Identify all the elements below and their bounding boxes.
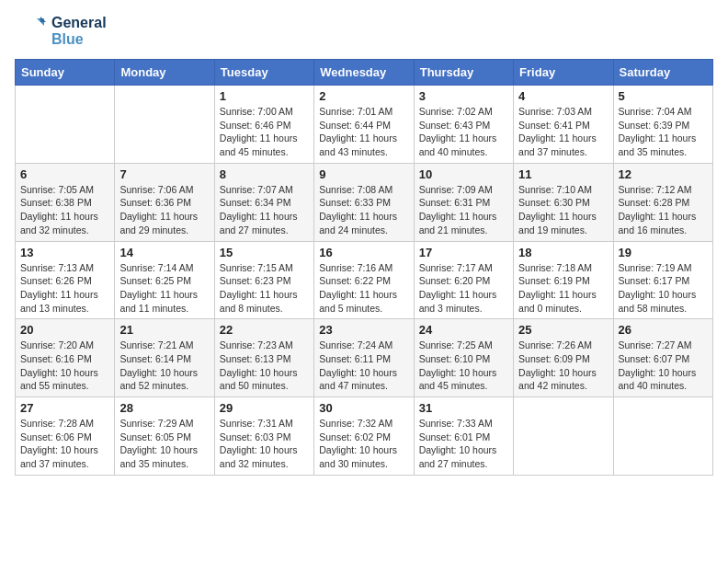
day-number: 15 [220, 246, 309, 259]
day-number: 11 [518, 167, 608, 181]
day-number: 16 [319, 246, 408, 259]
calendar-cell: 4Sunrise: 7:03 AM Sunset: 6:41 PM Daylig… [514, 86, 613, 164]
day-number: 2 [319, 89, 408, 103]
day-detail: Sunrise: 7:16 AM Sunset: 6:22 PM Dayligh… [319, 261, 408, 316]
calendar-cell: 1Sunrise: 7:00 AM Sunset: 6:46 PM Daylig… [214, 86, 313, 164]
day-number: 18 [518, 246, 608, 259]
calendar-cell [613, 397, 712, 476]
day-detail: Sunrise: 7:17 AM Sunset: 6:20 PM Dayligh… [419, 261, 508, 316]
calendar-cell: 13Sunrise: 7:13 AM Sunset: 6:26 PM Dayli… [16, 241, 115, 319]
day-number: 9 [319, 167, 408, 181]
day-detail: Sunrise: 7:28 AM Sunset: 6:06 PM Dayligh… [20, 417, 109, 471]
day-detail: Sunrise: 7:21 AM Sunset: 6:14 PM Dayligh… [119, 339, 209, 393]
day-number: 24 [419, 323, 508, 337]
calendar-cell: 19Sunrise: 7:19 AM Sunset: 6:17 PM Dayli… [613, 241, 712, 319]
calendar-cell: 26Sunrise: 7:27 AM Sunset: 6:07 PM Dayli… [613, 319, 712, 397]
logo-line2: Blue [51, 31, 107, 48]
logo: General Blue [15, 15, 107, 48]
calendar-cell: 31Sunrise: 7:33 AM Sunset: 6:01 PM Dayli… [414, 397, 513, 476]
logo-line1: General [51, 15, 107, 31]
weekday-header: Thursday [414, 60, 513, 86]
calendar-cell: 24Sunrise: 7:25 AM Sunset: 6:10 PM Dayli… [414, 319, 513, 397]
calendar-week-row: 27Sunrise: 7:28 AM Sunset: 6:06 PM Dayli… [16, 397, 713, 476]
day-number: 25 [518, 323, 608, 337]
day-number: 5 [619, 89, 708, 103]
weekday-header: Tuesday [214, 60, 313, 86]
day-detail: Sunrise: 7:19 AM Sunset: 6:17 PM Dayligh… [619, 261, 708, 316]
calendar-table: SundayMondayTuesdayWednesdayThursdayFrid… [15, 59, 713, 476]
day-detail: Sunrise: 7:02 AM Sunset: 6:43 PM Dayligh… [419, 105, 508, 159]
calendar-cell: 15Sunrise: 7:15 AM Sunset: 6:23 PM Dayli… [214, 241, 313, 319]
day-detail: Sunrise: 7:07 AM Sunset: 6:34 PM Dayligh… [220, 183, 309, 237]
day-detail: Sunrise: 7:33 AM Sunset: 6:01 PM Dayligh… [419, 417, 508, 471]
day-number: 27 [20, 401, 109, 415]
day-number: 13 [20, 246, 109, 259]
calendar-cell: 3Sunrise: 7:02 AM Sunset: 6:43 PM Daylig… [414, 86, 513, 164]
day-detail: Sunrise: 7:18 AM Sunset: 6:19 PM Dayligh… [518, 261, 608, 316]
calendar-cell: 9Sunrise: 7:08 AM Sunset: 6:33 PM Daylig… [314, 163, 414, 241]
day-number: 4 [518, 89, 608, 103]
day-detail: Sunrise: 7:05 AM Sunset: 6:38 PM Dayligh… [20, 183, 109, 237]
calendar-cell: 27Sunrise: 7:28 AM Sunset: 6:06 PM Dayli… [16, 397, 115, 476]
calendar-cell: 18Sunrise: 7:18 AM Sunset: 6:19 PM Dayli… [514, 241, 613, 319]
calendar-cell: 8Sunrise: 7:07 AM Sunset: 6:34 PM Daylig… [214, 163, 313, 241]
calendar-cell: 12Sunrise: 7:12 AM Sunset: 6:28 PM Dayli… [613, 163, 712, 241]
day-number: 7 [119, 167, 209, 181]
calendar-cell: 22Sunrise: 7:23 AM Sunset: 6:13 PM Dayli… [214, 319, 313, 397]
day-number: 14 [119, 246, 209, 259]
day-number: 3 [419, 89, 508, 103]
calendar-cell: 2Sunrise: 7:01 AM Sunset: 6:44 PM Daylig… [314, 86, 414, 164]
calendar-cell: 16Sunrise: 7:16 AM Sunset: 6:22 PM Dayli… [314, 241, 414, 319]
calendar-cell: 11Sunrise: 7:10 AM Sunset: 6:30 PM Dayli… [514, 163, 613, 241]
day-detail: Sunrise: 7:25 AM Sunset: 6:10 PM Dayligh… [419, 339, 508, 393]
day-number: 1 [220, 89, 309, 103]
calendar-cell: 14Sunrise: 7:14 AM Sunset: 6:25 PM Dayli… [115, 241, 214, 319]
calendar-cell: 5Sunrise: 7:04 AM Sunset: 6:39 PM Daylig… [613, 86, 712, 164]
calendar-cell [514, 397, 613, 476]
calendar-cell: 28Sunrise: 7:29 AM Sunset: 6:05 PM Dayli… [115, 397, 214, 476]
day-detail: Sunrise: 7:08 AM Sunset: 6:33 PM Dayligh… [319, 183, 408, 237]
calendar-cell: 10Sunrise: 7:09 AM Sunset: 6:31 PM Dayli… [414, 163, 513, 241]
day-detail: Sunrise: 7:23 AM Sunset: 6:13 PM Dayligh… [220, 339, 309, 393]
day-detail: Sunrise: 7:27 AM Sunset: 6:07 PM Dayligh… [619, 339, 708, 393]
page-header: General Blue [15, 15, 713, 48]
weekday-header: Friday [514, 60, 613, 86]
logo-svg [15, 15, 48, 48]
day-detail: Sunrise: 7:12 AM Sunset: 6:28 PM Dayligh… [619, 183, 708, 237]
day-detail: Sunrise: 7:10 AM Sunset: 6:30 PM Dayligh… [518, 183, 608, 237]
day-detail: Sunrise: 7:32 AM Sunset: 6:02 PM Dayligh… [319, 417, 408, 471]
calendar-cell: 7Sunrise: 7:06 AM Sunset: 6:36 PM Daylig… [115, 163, 214, 241]
calendar-cell: 30Sunrise: 7:32 AM Sunset: 6:02 PM Dayli… [314, 397, 414, 476]
calendar-cell: 23Sunrise: 7:24 AM Sunset: 6:11 PM Dayli… [314, 319, 414, 397]
day-detail: Sunrise: 7:24 AM Sunset: 6:11 PM Dayligh… [319, 339, 408, 393]
day-detail: Sunrise: 7:29 AM Sunset: 6:05 PM Dayligh… [119, 417, 209, 471]
day-number: 20 [20, 323, 109, 337]
calendar-cell: 21Sunrise: 7:21 AM Sunset: 6:14 PM Dayli… [115, 319, 214, 397]
svg-marker-1 [40, 17, 46, 22]
day-detail: Sunrise: 7:01 AM Sunset: 6:44 PM Dayligh… [319, 105, 408, 159]
weekday-header: Saturday [613, 60, 712, 86]
calendar-week-row: 6Sunrise: 7:05 AM Sunset: 6:38 PM Daylig… [16, 163, 713, 241]
weekday-header: Monday [115, 60, 214, 86]
weekday-header: Wednesday [314, 60, 414, 86]
calendar-week-row: 13Sunrise: 7:13 AM Sunset: 6:26 PM Dayli… [16, 241, 713, 319]
day-detail: Sunrise: 7:13 AM Sunset: 6:26 PM Dayligh… [20, 261, 109, 316]
calendar-week-row: 20Sunrise: 7:20 AM Sunset: 6:16 PM Dayli… [16, 319, 713, 397]
day-detail: Sunrise: 7:03 AM Sunset: 6:41 PM Dayligh… [518, 105, 608, 159]
day-number: 30 [319, 401, 408, 415]
day-detail: Sunrise: 7:14 AM Sunset: 6:25 PM Dayligh… [119, 261, 209, 316]
calendar-cell: 25Sunrise: 7:26 AM Sunset: 6:09 PM Dayli… [514, 319, 613, 397]
day-number: 29 [220, 401, 309, 415]
day-number: 22 [220, 323, 309, 337]
day-detail: Sunrise: 7:04 AM Sunset: 6:39 PM Dayligh… [619, 105, 708, 159]
day-number: 19 [619, 246, 708, 259]
day-detail: Sunrise: 7:26 AM Sunset: 6:09 PM Dayligh… [518, 339, 608, 393]
day-number: 6 [20, 167, 109, 181]
weekday-header: Sunday [16, 60, 115, 86]
calendar-cell [16, 86, 115, 164]
day-number: 28 [119, 401, 209, 415]
day-detail: Sunrise: 7:20 AM Sunset: 6:16 PM Dayligh… [20, 339, 109, 393]
day-detail: Sunrise: 7:06 AM Sunset: 6:36 PM Dayligh… [119, 183, 209, 237]
day-number: 26 [619, 323, 708, 337]
calendar-header-row: SundayMondayTuesdayWednesdayThursdayFrid… [16, 60, 713, 86]
